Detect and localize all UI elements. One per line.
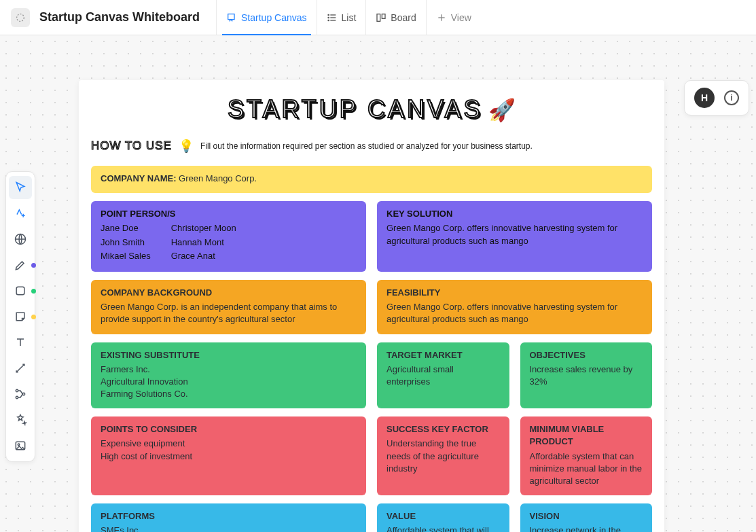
card-company-name[interactable]: COMPANY NAME: Green Mango Corp. (91, 166, 652, 193)
svg-point-14 (16, 396, 18, 398)
card-success-key-factor[interactable]: SUCCESS KEY FACTOR Understanding the tru… (377, 416, 509, 495)
help-icon[interactable]: i (724, 90, 739, 105)
line: Agricultural Innovation (101, 376, 357, 388)
card-body: Increase network in the agricultural sec… (530, 525, 643, 532)
card-label: EXISTING SUBSTITUTE (101, 349, 357, 361)
card-company-background[interactable]: COMPANY BACKGROUND Green Mango Corp. is … (91, 280, 366, 334)
card-label: PLATFORMS (101, 510, 357, 522)
tab-list[interactable]: List (317, 0, 366, 35)
card-body: Increase sales revenue by 32% (530, 363, 643, 388)
top-bar: Startup Canvas Whiteboard Startup Canvas… (0, 0, 756, 35)
tool-connector[interactable] (9, 357, 32, 380)
card-body: Green Mango Corp. offers innovative harv… (386, 222, 643, 247)
card-feasibility[interactable]: FEASIBILITY Green Mango Corp. offers inn… (377, 280, 652, 334)
howto-desc: Fill out the information required per se… (200, 141, 533, 151)
howto-title: HOW TO USE (91, 139, 172, 153)
tab-label: Startup Canvas (241, 12, 307, 23)
card-body: Affordable system that can minimize manu… (530, 450, 643, 488)
left-toolbar (5, 171, 35, 462)
whiteboard-icon (226, 12, 237, 23)
tab-label: View (451, 12, 471, 23)
svg-point-0 (17, 14, 24, 21)
svg-point-15 (22, 393, 24, 395)
persons-col-1: Jane Doe John Smith Mikael Sales (101, 222, 151, 264)
tool-pen[interactable] (9, 253, 32, 277)
card-vision[interactable]: VISION Increase network in the agricultu… (520, 503, 653, 532)
card-body: Affordable system that will lessen the m… (386, 525, 500, 532)
tool-web[interactable] (9, 228, 32, 251)
card-platforms[interactable]: PLATFORMS SMEs Inc. Social Media Partner… (91, 503, 366, 532)
card-value[interactable]: VALUE Affordable system that will lessen… (377, 503, 509, 532)
card-label: KEY SOLUTION (386, 208, 643, 220)
view-tabs: Startup Canvas List Board View (216, 0, 481, 35)
card-label: VISION (530, 510, 643, 522)
presence-bar: H i (684, 80, 749, 116)
tool-add-element[interactable] (9, 202, 32, 225)
company-name-value: Green Mango Corp. (179, 173, 257, 183)
card-body: Understanding the true needs of the agri… (386, 438, 500, 475)
tab-board[interactable]: Board (365, 0, 425, 35)
tool-ai[interactable] (9, 408, 32, 431)
card-points-to-consider[interactable]: POINTS TO CONSIDER Expensive equipment H… (91, 416, 366, 495)
svg-rect-12 (16, 287, 24, 295)
card-target-market[interactable]: TARGET MARKET Agricultural small enterpr… (377, 342, 509, 409)
canvas-page: STARTUP CANVAS 🚀 HOW TO USE 💡 Fill out t… (79, 80, 664, 532)
doc-icon[interactable] (11, 8, 30, 27)
plus-icon (436, 12, 447, 23)
tab-label: List (342, 12, 357, 23)
person: Mikael Sales (101, 250, 151, 262)
doc-title[interactable]: Startup Canvas Whiteboard (39, 10, 200, 24)
tool-sticky-note[interactable] (9, 305, 32, 328)
card-label: POINTS TO CONSIDER (101, 423, 357, 436)
person: Christoper Moon (171, 222, 236, 234)
line: Farming Solutions Co. (101, 388, 357, 400)
title-text: STARTUP CANVAS (228, 95, 482, 124)
list-icon (327, 12, 338, 23)
card-label: SUCCESS KEY FACTOR (386, 423, 500, 436)
svg-point-13 (16, 389, 18, 391)
card-label: POINT PERSON/S (101, 208, 357, 220)
tab-add-view[interactable]: View (426, 0, 481, 35)
tool-text[interactable] (9, 331, 32, 354)
card-label: VALUE (386, 510, 500, 522)
person: Hannah Mont (171, 236, 236, 249)
tab-startup-canvas[interactable]: Startup Canvas (216, 0, 317, 35)
svg-point-17 (18, 444, 20, 446)
bulb-icon: 💡 (179, 139, 194, 154)
persons-col-2: Christoper Moon Hannah Mont Grace Anat (171, 222, 236, 264)
tool-diagram[interactable] (9, 383, 32, 406)
tool-image[interactable] (9, 434, 32, 457)
board-icon (376, 12, 386, 23)
howto-row: HOW TO USE 💡 Fill out the information re… (91, 139, 652, 154)
card-objectives[interactable]: OBJECTIVES Increase sales revenue by 32% (520, 342, 653, 409)
card-label: COMPANY BACKGROUND (101, 287, 357, 299)
whiteboard-stage[interactable]: H i STARTUP CANVAS 🚀 HOW TO USE 💡 Fill o… (0, 35, 756, 532)
line: Expensive equipment (101, 438, 357, 450)
user-avatar[interactable]: H (694, 88, 715, 108)
card-body: Green Mango Corp. offers innovative harv… (386, 301, 643, 325)
card-point-persons[interactable]: POINT PERSON/S Jane Doe John Smith Mikae… (91, 201, 366, 272)
tool-cursor[interactable] (9, 176, 32, 199)
card-body: Green Mango Corp. is an independent comp… (101, 301, 357, 325)
person: John Smith (101, 236, 151, 249)
person: Grace Anat (171, 250, 236, 262)
cards-grid: COMPANY NAME: Green Mango Corp. POINT PE… (91, 166, 652, 532)
canvas-title: STARTUP CANVAS 🚀 (91, 95, 652, 124)
card-mvp[interactable]: MINIMUM VIABLE PRODUCT Affordable system… (520, 416, 653, 495)
svg-rect-8 (382, 14, 386, 18)
tool-shape[interactable] (9, 279, 32, 302)
card-label: OBJECTIVES (530, 349, 643, 361)
card-key-solution[interactable]: KEY SOLUTION Green Mango Corp. offers in… (377, 201, 652, 272)
svg-point-4 (328, 14, 329, 15)
tab-label: Board (391, 12, 416, 23)
svg-rect-7 (377, 14, 380, 21)
line: High cost of investment (101, 450, 357, 463)
card-label: FEASIBILITY (386, 287, 643, 299)
card-existing-substitute[interactable]: EXISTING SUBSTITUTE Farmers Inc. Agricul… (91, 342, 366, 409)
line: SMEs Inc. (101, 525, 357, 532)
card-body: Agricultural small enterprises (386, 363, 500, 388)
svg-point-6 (328, 20, 329, 20)
card-label: COMPANY NAME: (101, 173, 176, 183)
card-label: MINIMUM VIABLE PRODUCT (530, 423, 643, 448)
svg-point-5 (328, 17, 329, 18)
